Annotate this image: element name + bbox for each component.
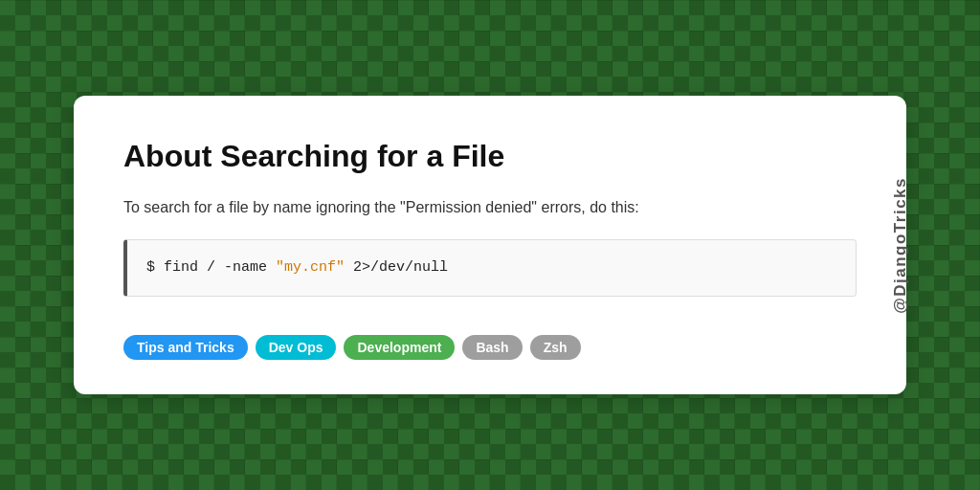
tag-development[interactable]: Development	[344, 335, 455, 360]
code-redirect: 2>/dev/null	[345, 259, 448, 276]
page-wrapper: About Searching for a File To search for…	[0, 0, 980, 490]
page-title: About Searching for a File	[123, 138, 857, 174]
code-string: "my.cnf"	[276, 259, 345, 276]
tag-tips-and-tricks[interactable]: Tips and Tricks	[123, 335, 248, 360]
side-label-wrapper: @DjangoTricks	[881, 96, 920, 394]
tag-zsh[interactable]: Zsh	[530, 335, 581, 360]
code-prompt: $	[146, 259, 164, 276]
side-label: @DjangoTricks	[891, 177, 910, 314]
code-command: find / -name	[164, 259, 276, 276]
tag-bash[interactable]: Bash	[462, 335, 522, 360]
content-card: About Searching for a File To search for…	[74, 96, 906, 394]
code-block: $ find / -name "my.cnf" 2>/dev/null	[123, 239, 857, 298]
tags-row: Tips and Tricks Dev Ops Development Bash…	[123, 335, 857, 360]
description-text: To search for a file by name ignoring th…	[123, 195, 857, 220]
tag-devops[interactable]: Dev Ops	[256, 335, 337, 360]
